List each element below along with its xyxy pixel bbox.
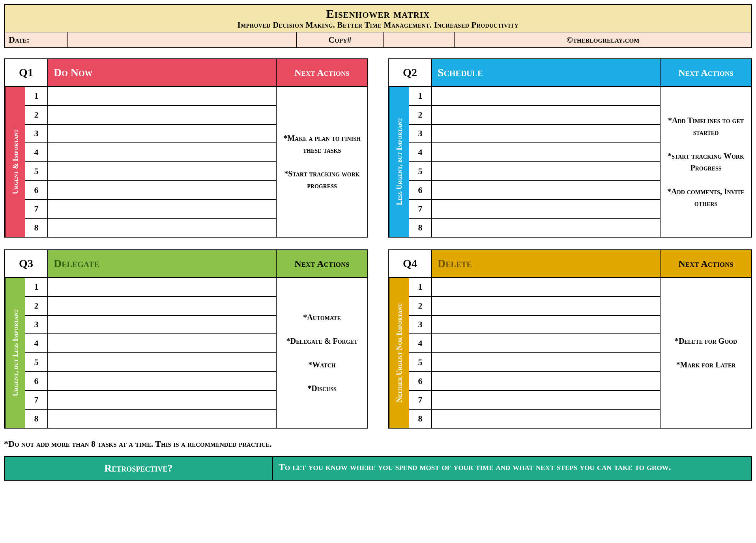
row-number: 3 bbox=[409, 125, 432, 144]
row-number: 1 bbox=[25, 87, 48, 106]
row-number: 8 bbox=[25, 410, 48, 428]
task-cell[interactable] bbox=[432, 353, 660, 372]
row-number: 6 bbox=[409, 372, 432, 391]
meta-row: Date: Copy# ©theblogrelay.com bbox=[5, 32, 751, 47]
row-number: 1 bbox=[25, 278, 48, 297]
quadrant-q2: Q2 Schedule Next Actions Less Urgent, bu… bbox=[388, 58, 752, 238]
task-cell[interactable] bbox=[48, 143, 276, 162]
row-number: 3 bbox=[409, 316, 432, 335]
q2-row-numbers: 1 2 3 4 5 6 7 8 bbox=[409, 87, 432, 237]
row-number: 5 bbox=[25, 162, 48, 181]
q3-title: Delegate bbox=[48, 250, 277, 278]
task-cell[interactable] bbox=[432, 316, 660, 335]
row-number: 6 bbox=[25, 372, 48, 391]
task-cell[interactable] bbox=[48, 372, 276, 391]
row-number: 5 bbox=[409, 353, 432, 372]
q2-id: Q2 bbox=[389, 59, 432, 87]
matrix-grid: Q1 Do Now Next Actions Urgent & Importan… bbox=[4, 58, 752, 429]
row-number: 6 bbox=[25, 181, 48, 200]
task-cell[interactable] bbox=[432, 143, 660, 162]
row-number: 2 bbox=[25, 297, 48, 316]
header: Eisenhower matrix Improved Decision Maki… bbox=[4, 4, 752, 48]
task-cell[interactable] bbox=[432, 391, 660, 410]
task-cell[interactable] bbox=[432, 181, 660, 200]
task-cell[interactable] bbox=[48, 162, 276, 181]
q1-actions: *Make a plan to finish these tasks *Star… bbox=[277, 87, 367, 237]
copy-field[interactable] bbox=[384, 32, 455, 47]
row-number: 1 bbox=[409, 87, 432, 106]
q1-row-numbers: 1 2 3 4 5 6 7 8 bbox=[25, 87, 48, 237]
q3-actions: *Automate *Delegate & Forget *Watch *Dis… bbox=[277, 278, 367, 428]
q3-side-label: Urgent, but Less Important bbox=[5, 278, 25, 428]
task-cell[interactable] bbox=[432, 278, 660, 297]
row-number: 8 bbox=[25, 219, 48, 237]
row-number: 7 bbox=[25, 200, 48, 219]
row-number: 2 bbox=[409, 106, 432, 125]
q2-next-label: Next Actions bbox=[661, 59, 751, 87]
row-number: 2 bbox=[409, 297, 432, 316]
task-cell[interactable] bbox=[48, 353, 276, 372]
q4-task-cells bbox=[432, 278, 660, 428]
retrospective-bar: Retrospective? To let you know where you… bbox=[4, 456, 752, 481]
q4-next-label: Next Actions bbox=[661, 250, 751, 278]
date-label: Date: bbox=[5, 32, 68, 47]
q4-id: Q4 bbox=[389, 250, 432, 278]
task-cell[interactable] bbox=[432, 297, 660, 316]
task-cell[interactable] bbox=[48, 297, 276, 316]
quadrant-q4: Q4 Delete Next Actions Neither Urgent No… bbox=[388, 249, 752, 429]
q2-title: Schedule bbox=[432, 59, 661, 87]
task-cell[interactable] bbox=[48, 200, 276, 219]
task-cell[interactable] bbox=[48, 410, 276, 428]
q3-task-cells bbox=[48, 278, 276, 428]
q4-side-label: Neither Urgent Nor Important bbox=[389, 278, 409, 428]
row-number: 4 bbox=[409, 334, 432, 353]
row-number: 8 bbox=[409, 410, 432, 428]
task-cell[interactable] bbox=[432, 125, 660, 144]
q1-title: Do Now bbox=[48, 59, 277, 87]
retro-label: Retrospective? bbox=[5, 457, 273, 480]
q2-task-cells bbox=[432, 87, 660, 237]
q4-actions: *Delete for Good *Mark for Later bbox=[661, 278, 751, 428]
row-number: 3 bbox=[25, 125, 48, 144]
row-number: 3 bbox=[25, 316, 48, 335]
task-cell[interactable] bbox=[432, 87, 660, 106]
q3-next-label: Next Actions bbox=[277, 250, 367, 278]
q3-row-numbers: 1 2 3 4 5 6 7 8 bbox=[25, 278, 48, 428]
quadrant-q1: Q1 Do Now Next Actions Urgent & Importan… bbox=[4, 58, 368, 238]
q1-side-label: Urgent & Important bbox=[5, 87, 25, 237]
row-number: 5 bbox=[409, 162, 432, 181]
task-cell[interactable] bbox=[48, 181, 276, 200]
task-cell[interactable] bbox=[432, 410, 660, 428]
quadrant-q3: Q3 Delegate Next Actions Urgent, but Les… bbox=[4, 249, 368, 429]
task-cell[interactable] bbox=[432, 200, 660, 219]
task-cell[interactable] bbox=[432, 162, 660, 181]
row-number: 7 bbox=[409, 200, 432, 219]
page-subtitle: Improved Decision Making. Better Time Ma… bbox=[5, 21, 751, 31]
task-cell[interactable] bbox=[48, 219, 276, 237]
task-cell[interactable] bbox=[48, 316, 276, 335]
task-cell[interactable] bbox=[48, 391, 276, 410]
row-number: 4 bbox=[409, 143, 432, 162]
q2-side-label: Less Urgent, but Important bbox=[389, 87, 409, 237]
retro-text: To let you know where you spend most of … bbox=[273, 457, 751, 480]
task-cell[interactable] bbox=[432, 334, 660, 353]
row-number: 6 bbox=[409, 181, 432, 200]
row-number: 4 bbox=[25, 143, 48, 162]
task-cell[interactable] bbox=[432, 219, 660, 237]
task-cell[interactable] bbox=[48, 125, 276, 144]
row-number: 7 bbox=[409, 391, 432, 410]
task-cell[interactable] bbox=[48, 278, 276, 297]
task-cell[interactable] bbox=[432, 372, 660, 391]
task-cell[interactable] bbox=[432, 106, 660, 125]
q3-id: Q3 bbox=[5, 250, 48, 278]
row-number: 4 bbox=[25, 334, 48, 353]
task-cell[interactable] bbox=[48, 87, 276, 106]
task-cell[interactable] bbox=[48, 334, 276, 353]
task-cell[interactable] bbox=[48, 106, 276, 125]
row-number: 5 bbox=[25, 353, 48, 372]
title-band: Eisenhower matrix Improved Decision Maki… bbox=[5, 5, 751, 32]
date-field[interactable] bbox=[68, 32, 297, 47]
q1-task-cells bbox=[48, 87, 276, 237]
q4-title: Delete bbox=[432, 250, 661, 278]
row-number: 1 bbox=[409, 278, 432, 297]
